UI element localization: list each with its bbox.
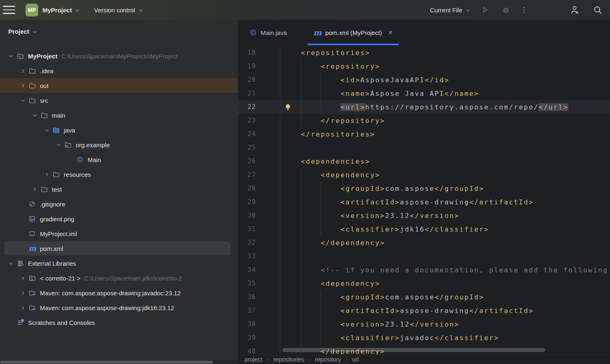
chevron-down-icon[interactable] xyxy=(53,141,64,149)
tab-main-java[interactable]: CMain.java xyxy=(244,20,293,45)
chevron-down-icon xyxy=(465,8,470,13)
tree-item-external-libraries[interactable]: External Libraries xyxy=(0,256,238,271)
tree-item-pom-xml[interactable]: mpom.xml xyxy=(0,241,238,256)
run-configuration-label: Current File xyxy=(430,7,462,14)
project-folder-icon xyxy=(16,52,27,60)
breadcrumb-item-repository[interactable]: repository xyxy=(315,356,341,363)
chevron-right-icon[interactable] xyxy=(17,67,28,75)
tree-item-src[interactable]: src xyxy=(0,93,238,108)
project-hscrollbar-thumb[interactable] xyxy=(0,361,213,364)
tree-item-resources[interactable]: resources xyxy=(0,167,238,182)
tab-label: Main.java xyxy=(261,29,287,36)
code-line: <groupId>com.aspose</groupId> xyxy=(281,182,484,195)
version-control-menu[interactable]: Version control xyxy=(94,7,143,14)
hamburger-menu-icon[interactable] xyxy=(3,5,15,14)
tree-item-label: main xyxy=(52,112,65,119)
tree-item-label: org.example xyxy=(76,141,110,148)
project-selector[interactable]: MyProject xyxy=(42,7,80,14)
chevron-down-icon[interactable] xyxy=(41,126,52,134)
tree-item-myproject-iml[interactable]: MyProject.iml xyxy=(0,226,238,241)
line-number: 20 xyxy=(238,73,256,87)
line-number: 28 xyxy=(238,182,256,195)
run-icon xyxy=(481,6,489,14)
tree-item-gitignore[interactable]: .gitignore xyxy=(0,197,238,211)
line-number: 19 xyxy=(238,60,256,73)
tree-item-label: Maven: com.aspose:aspose-drawing:javadoc… xyxy=(40,290,181,297)
project-tree: MyProjectC:\Users\Spaceman\MyProjects\My… xyxy=(0,49,238,330)
tree-item-main[interactable]: main xyxy=(0,108,238,123)
tree-item-test[interactable]: test xyxy=(0,182,238,197)
breadcrumb-item-project[interactable]: project xyxy=(244,356,263,363)
project-view-selector[interactable]: Project xyxy=(0,20,238,35)
code-with-me-button[interactable] xyxy=(569,4,580,16)
code-line: <repository> xyxy=(281,60,380,73)
breadcrumb-item-repositories[interactable]: repositories xyxy=(273,356,304,363)
code-editor[interactable]: 18 <repositories>19 <repository>20 <id>A… xyxy=(238,45,610,355)
tree-item-org-example[interactable]: org.example xyxy=(0,137,238,152)
run-configuration-selector[interactable]: Current File xyxy=(430,7,470,14)
chevron-down-icon[interactable] xyxy=(29,111,40,119)
tree-item-maven-com-aspose-aspose-drawing-javadoc-23-12[interactable]: Maven: com.aspose:aspose-drawing:javadoc… xyxy=(0,285,238,300)
tree-item-maven-com-aspose-aspose-drawing-jdk16-23-12[interactable]: Maven: com.aspose:aspose-drawing:jdk16:2… xyxy=(0,300,238,315)
tree-item-label: src xyxy=(40,97,48,104)
breadcrumb-separator: › xyxy=(309,357,310,363)
chevron-right-icon[interactable] xyxy=(17,274,28,282)
tree-item-java[interactable]: java xyxy=(0,123,238,137)
line-number: 35 xyxy=(238,277,256,290)
line-number: 18 xyxy=(238,46,256,60)
chevron-right-icon[interactable] xyxy=(29,185,40,193)
chevron-down-icon[interactable] xyxy=(5,259,16,267)
code-line: <classifier>jdk16</classifier> xyxy=(281,223,489,236)
code-line: <dependency> xyxy=(281,277,380,290)
tree-item-idea[interactable]: .idea xyxy=(0,63,238,78)
tree-item-gradient-png[interactable]: gradient.png xyxy=(0,211,238,226)
chevron-right-icon[interactable] xyxy=(17,289,28,297)
tree-item-main[interactable]: CMain xyxy=(0,152,238,167)
maven-icon: m xyxy=(28,244,39,253)
folder-icon xyxy=(40,111,51,119)
code-line: <classifier>javadoc</classifier> xyxy=(281,331,499,345)
main-toolbar: MP MyProject Version control Current Fil… xyxy=(0,0,610,20)
ignored-icon xyxy=(28,200,39,208)
folder-icon xyxy=(40,185,51,193)
version-control-label: Version control xyxy=(94,7,135,14)
tree-item-corretto-21[interactable]: < corretto-21 >C:\Users\Spaceman\.jdks\c… xyxy=(0,271,238,285)
tree-item-label: out xyxy=(40,82,49,89)
tree-item-label: < corretto-21 > xyxy=(40,275,80,282)
run-button[interactable] xyxy=(480,4,491,16)
more-actions-button[interactable] xyxy=(518,4,530,16)
chevron-down-icon[interactable] xyxy=(5,52,16,60)
line-number: 27 xyxy=(238,168,256,182)
tree-item-out[interactable]: out xyxy=(0,78,238,93)
line-number: 33 xyxy=(238,250,256,263)
tree-item-label: resources xyxy=(64,171,91,178)
tree-item-myproject[interactable]: MyProjectC:\Users\Spaceman\MyProjects\My… xyxy=(0,49,238,63)
tree-item-label: MyProject.iml xyxy=(40,230,77,237)
project-avatar[interactable]: MP xyxy=(26,4,38,16)
chevron-down-icon xyxy=(32,29,37,35)
chevron-spacer xyxy=(17,230,28,238)
tree-item-label: Scratches and Consoles xyxy=(28,319,95,326)
breadcrumb-item-url[interactable]: url xyxy=(352,356,359,363)
tree-item-path: C:\Users\Spaceman\.jdks\corretto-2 xyxy=(84,275,182,282)
folder-icon xyxy=(28,96,39,104)
close-icon[interactable]: ✕ xyxy=(388,29,393,36)
chevron-right-icon[interactable] xyxy=(17,304,28,312)
chevron-right-icon[interactable] xyxy=(17,81,28,90)
tree-item-label: Main xyxy=(88,156,101,163)
line-number: 34 xyxy=(238,263,256,277)
tab-pom-xml-myproject[interactable]: mpom.xml (MyProject)✕ xyxy=(306,20,400,45)
line-number: 36 xyxy=(238,290,256,304)
jdk-icon xyxy=(28,274,39,282)
chevron-down-icon[interactable] xyxy=(17,96,28,104)
ide-window: MP MyProject Version control Current Fil… xyxy=(0,0,610,364)
line-number: 24 xyxy=(238,128,256,141)
chevron-right-icon[interactable] xyxy=(41,170,52,179)
search-everywhere-button[interactable] xyxy=(592,4,603,16)
code-line: <version>23.12</version> xyxy=(281,318,459,331)
project-hscrollbar-track xyxy=(0,360,238,364)
debug-button[interactable] xyxy=(500,4,512,16)
class-icon: C xyxy=(249,29,257,36)
code-line: <version>23.12</version> xyxy=(281,209,459,223)
tree-item-scratches-and-consoles[interactable]: Scratches and Consoles xyxy=(0,315,238,330)
